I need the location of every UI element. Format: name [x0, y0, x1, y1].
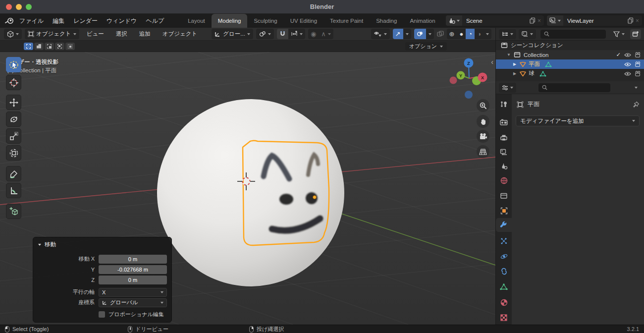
outliner-editor-type-button[interactable] [499, 29, 516, 39]
show-overlays-toggle[interactable] [414, 29, 426, 39]
hide-viewport-eye-icon[interactable] [624, 62, 631, 67]
tool-cursor[interactable] [6, 75, 21, 90]
tab-particle-properties[interactable] [496, 234, 512, 248]
navigation-gizmo[interactable]: Z Y X [444, 55, 494, 102]
tab-shading[interactable]: Shading [370, 14, 403, 28]
tab-render-properties[interactable] [496, 115, 512, 129]
tool-annotate[interactable] [6, 166, 21, 181]
options-dropdown[interactable]: オプション [405, 42, 447, 51]
tab-uv-editing[interactable]: UV Editing [284, 14, 323, 28]
menu-edit[interactable]: 編集 [48, 14, 69, 28]
tab-collection-properties[interactable] [496, 189, 512, 203]
tab-texture-properties[interactable] [496, 311, 512, 325]
tab-modifier-properties[interactable] [496, 218, 512, 232]
zoom-window-button[interactable] [26, 4, 32, 10]
menu-file[interactable]: ファイル [15, 14, 48, 28]
minimize-window-button[interactable] [16, 4, 22, 10]
move-y-field[interactable]: -0.027668 m [99, 265, 167, 274]
tab-material-properties[interactable] [496, 295, 512, 309]
menu-window[interactable]: ウィンドウ [102, 14, 141, 28]
move-z-field[interactable]: 0 m [99, 276, 167, 284]
outliner-row-collection[interactable]: ▼ Collection ✓ [496, 50, 644, 59]
outliner-row-plane[interactable]: ▶ 平面 [496, 59, 644, 69]
tool-measure[interactable] [6, 183, 21, 198]
transform-orientation-dropdown[interactable]: グロー... [212, 29, 253, 39]
shading-rendered-toggle[interactable]: ◑ [475, 29, 483, 39]
viewlayer-name[interactable]: ViewLayer [563, 18, 626, 24]
sphere-object[interactable] [157, 99, 344, 286]
proportional-editing-toggle[interactable]: ◉ [308, 29, 319, 39]
shading-settings-dropdown[interactable] [483, 29, 491, 39]
collection-checkbox-icon[interactable]: ✓ [616, 52, 621, 58]
unlink-scene-icon[interactable]: × [537, 17, 544, 24]
add-modifier-dropdown[interactable]: モディファイアーを追加 [516, 115, 640, 126]
outliner-search-input[interactable] [540, 30, 606, 39]
show-gizmo-toggle[interactable]: ↗ [393, 29, 403, 39]
properties-options-dropdown[interactable] [635, 87, 638, 89]
tab-modeling[interactable]: Modeling [212, 14, 248, 28]
new-scene-icon[interactable] [528, 17, 537, 24]
viewlayer-browse-button[interactable] [547, 15, 563, 26]
menu-render[interactable]: レンダー [69, 14, 102, 28]
tool-rotate[interactable] [6, 111, 21, 127]
properties-editor-type-button[interactable] [499, 83, 516, 93]
orient-axis-dropdown[interactable]: X [99, 288, 167, 297]
tab-scene-properties[interactable] [496, 160, 512, 173]
operator-panel-header[interactable]: 移動 [33, 237, 171, 251]
tab-animation[interactable]: Animation [403, 14, 441, 28]
select-mode-subtract[interactable] [45, 43, 54, 50]
menu-help[interactable]: ヘルプ [141, 14, 168, 28]
tab-world-properties[interactable] [496, 173, 512, 187]
tool-move[interactable] [6, 95, 21, 110]
menu-add[interactable]: 追加 [135, 30, 155, 38]
close-window-button[interactable] [6, 4, 12, 10]
viewport-3d[interactable]: ユーザー・透視投影 (1) Collection | 平面 ‹ Z Y X [0, 52, 495, 325]
editor-type-button[interactable] [4, 29, 22, 39]
new-collection-button[interactable] [630, 29, 641, 39]
outliner-display-mode-button[interactable] [519, 29, 536, 39]
tool-transform[interactable] [6, 145, 21, 161]
remove-viewlayer-icon[interactable]: × [636, 17, 642, 24]
disable-render-camera-icon[interactable] [635, 61, 641, 67]
pivot-point-dropdown[interactable] [256, 29, 274, 39]
sphere-disclosure-icon[interactable]: ▶ [512, 71, 518, 76]
tool-add-primitive[interactable] [6, 204, 21, 219]
hide-viewport-eye-icon[interactable] [624, 53, 631, 57]
menu-select[interactable]: 選択 [111, 30, 132, 38]
tab-output-properties[interactable] [496, 131, 512, 145]
select-mode-invert[interactable] [55, 43, 64, 50]
scene-name[interactable]: Scene [462, 18, 528, 24]
outliner-row-sphere[interactable]: ▶ 球 [496, 69, 644, 78]
tab-viewlayer-properties[interactable] [496, 145, 512, 159]
perspective-toggle-button[interactable] [477, 145, 489, 158]
camera-view-button[interactable] [477, 130, 489, 143]
shading-solid-toggle[interactable]: ● [457, 29, 466, 39]
proportional-checkbox[interactable] [99, 311, 105, 318]
breadcrumb-object-name[interactable]: 平面 [528, 100, 539, 109]
zoom-view-button[interactable] [477, 99, 489, 112]
tab-texture-paint[interactable]: Texture Paint [323, 14, 370, 28]
snap-settings-dropdown[interactable] [288, 29, 305, 39]
pan-view-button[interactable] [477, 115, 489, 128]
overlays-settings-dropdown[interactable] [426, 29, 434, 39]
tab-tool-properties[interactable] [496, 97, 512, 111]
coord-system-dropdown[interactable]: グローバル [99, 298, 167, 307]
outliner-row-scene-collection[interactable]: シーンコレクション [496, 41, 644, 50]
tab-sculpting[interactable]: Sculpting [247, 14, 283, 28]
tab-layout[interactable]: Layout [181, 14, 212, 28]
new-viewlayer-icon[interactable] [626, 17, 636, 24]
tool-scale[interactable] [6, 128, 21, 144]
scene-browse-button[interactable] [446, 15, 462, 26]
shading-wireframe-toggle[interactable]: ⊕ [447, 29, 457, 39]
hide-viewport-eye-icon[interactable] [624, 71, 631, 76]
properties-search-input[interactable] [538, 83, 610, 92]
plane-disclosure-icon[interactable]: ▶ [512, 62, 518, 66]
tab-data-properties[interactable] [496, 280, 512, 294]
mode-dropdown[interactable]: オブジェクト [25, 29, 79, 39]
proportional-falloff-dropdown[interactable]: ∧ [319, 29, 333, 39]
tab-physics-properties[interactable] [496, 249, 512, 263]
snap-toggle[interactable] [277, 29, 288, 39]
menu-object[interactable]: オブジェクト [158, 30, 202, 38]
menu-view[interactable]: ビュー [82, 30, 108, 38]
shading-material-toggle[interactable]: ◔ [466, 29, 475, 39]
